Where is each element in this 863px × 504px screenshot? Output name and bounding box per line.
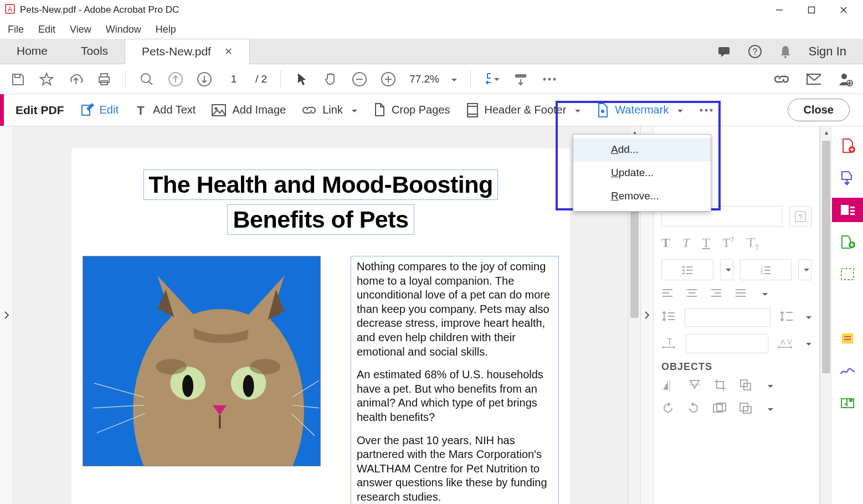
edit-pdf-rail-icon[interactable] [832, 198, 863, 222]
menu-view[interactable]: View [70, 24, 91, 35]
underline-icon[interactable]: T [702, 235, 710, 250]
export-pdf-icon[interactable] [838, 168, 857, 187]
add-text-button[interactable]: T Add Text [134, 104, 196, 117]
crop-object-icon[interactable] [713, 378, 727, 394]
numbered-list-button[interactable]: 123 [740, 259, 792, 280]
line-spacing-icon[interactable] [661, 310, 676, 325]
bullet-list-button[interactable] [661, 259, 713, 280]
chevron-down-icon[interactable] [764, 381, 773, 391]
help-icon[interactable]: ? [748, 44, 762, 59]
menu-window[interactable]: Window [106, 24, 141, 35]
subscript-icon[interactable]: TT [747, 235, 759, 251]
doc-text-block[interactable]: Nothing compares to the joy of coming ho… [351, 256, 559, 504]
link-button[interactable]: Link [301, 104, 357, 116]
superscript-icon[interactable]: TT [722, 235, 734, 250]
sticky-note-icon[interactable] [838, 329, 857, 348]
save-icon[interactable] [10, 71, 25, 87]
close-window-button[interactable] [835, 2, 852, 18]
color-swatch[interactable]: ? [789, 206, 811, 227]
add-image-button[interactable]: Add Image [211, 104, 286, 117]
chevron-down-icon[interactable] [803, 339, 811, 349]
cloud-upload-icon[interactable] [68, 71, 83, 87]
create-pdf-icon[interactable] [838, 136, 857, 155]
more-edit-icon[interactable] [698, 102, 714, 118]
print-icon[interactable] [96, 71, 112, 87]
chevron-down-icon[interactable] [759, 289, 768, 299]
align-right-icon[interactable] [710, 288, 722, 300]
maximize-button[interactable] [803, 2, 820, 18]
watermark-update-item[interactable]: Update... [573, 161, 711, 184]
zoom-out-icon[interactable] [352, 71, 367, 87]
read-mode-icon[interactable] [513, 71, 528, 87]
share-link-icon[interactable] [773, 71, 789, 87]
watermark-remove-item[interactable]: Remove... [573, 184, 711, 208]
next-page-icon[interactable] [197, 71, 212, 87]
flip-vertical-icon[interactable] [688, 378, 701, 394]
align-objects-icon[interactable] [739, 402, 752, 416]
minimize-button[interactable] [771, 2, 788, 18]
search-icon[interactable] [139, 71, 155, 87]
arrange-icon[interactable] [739, 378, 752, 394]
watermark-button[interactable]: Watermark [596, 102, 683, 118]
edit-button[interactable]: Edit [80, 103, 119, 117]
more-tools-icon[interactable] [542, 71, 557, 87]
comment-rail-icon[interactable] [838, 297, 857, 316]
page-number-input[interactable] [225, 73, 242, 85]
share-user-icon[interactable] [838, 71, 853, 87]
organize-icon[interactable] [838, 265, 857, 284]
prev-page-icon[interactable] [168, 71, 183, 87]
zoom-in-icon[interactable] [381, 71, 396, 87]
format-panel-scrollbar[interactable]: ▴ [820, 126, 832, 504]
star-icon[interactable] [39, 71, 54, 87]
sign-in-link[interactable]: Sign In [809, 44, 847, 59]
hscale-field[interactable] [686, 335, 768, 353]
bold-icon[interactable]: T [661, 235, 670, 250]
doc-title-line1[interactable]: The Health and Mood-Boosting [143, 169, 497, 200]
bell-icon[interactable] [779, 44, 792, 59]
doc-title-line2[interactable]: Benefits of Pets [227, 204, 415, 235]
scroll-up-icon[interactable]: ▴ [820, 126, 832, 138]
tab-document[interactable]: Pets-New.pdf ✕ [125, 39, 250, 64]
scroll-thumb[interactable] [822, 141, 830, 373]
fit-width-icon[interactable] [484, 71, 500, 87]
bullet-list-menu[interactable] [720, 259, 733, 280]
window-title: Pets-New.pdf - Adobe Acrobat Pro DC [20, 4, 179, 16]
chevron-down-icon[interactable] [803, 312, 811, 322]
line-spacing-field[interactable] [685, 308, 770, 327]
tab-document-label: Pets-New.pdf [142, 45, 211, 58]
watermark-add-item[interactable]: Add... [573, 138, 711, 161]
doc-image[interactable] [83, 256, 321, 466]
horizontal-scale-icon[interactable]: T [661, 337, 677, 351]
rotate-ccw-icon[interactable] [661, 402, 675, 417]
select-tool-icon[interactable] [294, 71, 310, 87]
comments-icon[interactable] [717, 44, 731, 59]
combine-icon[interactable] [838, 233, 857, 251]
more-rail-icon[interactable] [838, 393, 857, 412]
italic-icon[interactable]: T [682, 235, 690, 250]
close-edit-button[interactable]: Close [788, 99, 850, 121]
rotate-cw-icon[interactable] [687, 402, 700, 417]
align-center-icon[interactable] [686, 288, 698, 300]
tab-close-icon[interactable]: ✕ [224, 45, 233, 58]
menu-file[interactable]: File [8, 24, 24, 35]
hand-tool-icon[interactable] [323, 71, 338, 87]
chevron-down-icon[interactable] [764, 404, 773, 414]
replace-image-icon[interactable] [712, 402, 727, 416]
left-panel-toggle[interactable] [0, 126, 13, 504]
menu-help[interactable]: Help [156, 24, 176, 35]
menu-edit[interactable]: Edit [38, 24, 55, 35]
crop-pages-button[interactable]: Crop Pages [373, 102, 450, 118]
flip-horizontal-icon[interactable] [661, 379, 676, 393]
numbered-list-menu[interactable] [798, 259, 811, 280]
paragraph-spacing-icon[interactable] [779, 310, 794, 325]
header-footer-button[interactable]: Header & Footer [466, 102, 581, 118]
tab-home[interactable]: Home [0, 38, 64, 64]
email-icon[interactable] [805, 71, 821, 87]
align-left-icon[interactable] [661, 288, 674, 300]
document-viewport[interactable]: The Health and Mood-Boosting Benefits of… [13, 126, 628, 504]
char-spacing-icon[interactable]: AV [777, 337, 794, 351]
zoom-dropdown[interactable]: 77.2% [409, 73, 457, 85]
fill-sign-icon[interactable] [838, 361, 857, 380]
align-justify-icon[interactable] [734, 288, 747, 300]
tab-tools[interactable]: Tools [64, 38, 125, 64]
